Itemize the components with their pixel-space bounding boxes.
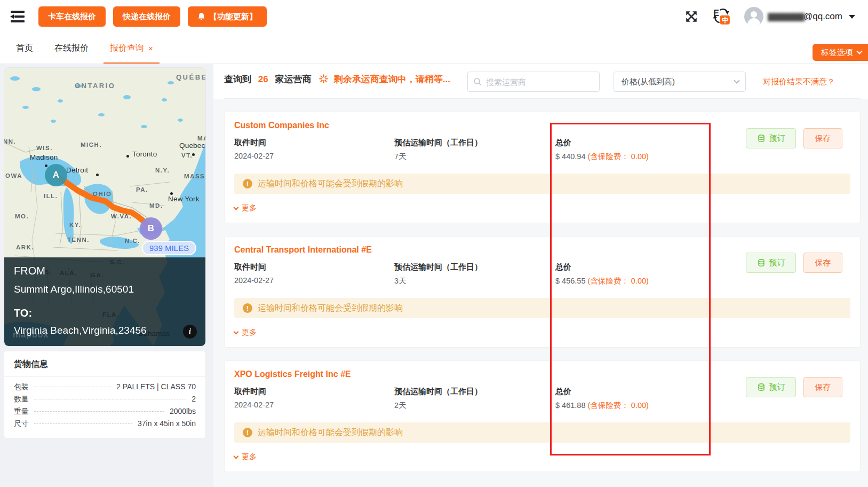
warning-icon: ! bbox=[243, 428, 252, 437]
collapse-menu-icon[interactable] bbox=[10, 10, 26, 23]
account-menu[interactable]: ▇▇▇▇▇▇▇ @qq.com bbox=[744, 7, 855, 26]
map-place-label: Quebec bbox=[179, 142, 205, 150]
info-icon[interactable]: i bbox=[183, 325, 197, 339]
cargo-label: 重量 bbox=[14, 407, 29, 417]
map-place-label: PA. bbox=[136, 186, 148, 193]
save-label: 保存 bbox=[815, 133, 831, 144]
origin-marker: A bbox=[45, 164, 67, 186]
pickup-date: 2024-02-27 bbox=[234, 276, 394, 285]
loading-text: 剩余承运商查询中，请稍等... bbox=[334, 74, 450, 84]
dashed-leader bbox=[34, 423, 132, 424]
search-input[interactable] bbox=[486, 77, 594, 87]
cargo-row-packaging: 包装 2 PALLETS | CLASS 70 bbox=[14, 382, 196, 395]
map-place-label: NN. bbox=[4, 138, 16, 145]
cargo-value: 2 bbox=[192, 395, 196, 403]
more-link[interactable]: 更多 bbox=[234, 203, 850, 213]
book-label: 预订 bbox=[769, 382, 785, 392]
map-city-dot bbox=[126, 155, 129, 158]
summary-suffix: 家运营商 bbox=[275, 74, 311, 84]
from-label: FROM bbox=[14, 265, 196, 277]
cargo-label: 数量 bbox=[14, 395, 29, 404]
chevron-down-icon bbox=[234, 329, 239, 334]
cargo-value: 2000lbs bbox=[170, 407, 196, 415]
email-masked-part: ▇▇▇▇▇▇▇ bbox=[768, 12, 803, 21]
feature-update-label: 【功能更新】 bbox=[209, 12, 257, 22]
book-button[interactable]: 预订 bbox=[746, 377, 796, 397]
transit-days: 7天 bbox=[394, 152, 555, 162]
map-place-label: New York bbox=[168, 195, 200, 203]
svg-text:中: 中 bbox=[722, 17, 728, 24]
more-label: 更多 bbox=[242, 203, 257, 213]
tab-close-icon[interactable]: × bbox=[148, 44, 153, 53]
map-place-label: OWA bbox=[5, 172, 22, 179]
feature-update-button[interactable]: 【功能更新】 bbox=[188, 6, 267, 27]
results-header: 查询到 26 家运营商 剩余承运商查询中，请稍等... bbox=[213, 64, 868, 98]
from-address: Summit Argo,Illinois,60501 bbox=[14, 284, 196, 295]
holiday-warning-banner: ! 运输时间和价格可能会受到假期的影响 bbox=[234, 174, 850, 194]
route-map[interactable]: QUÉBECONTARIOQuebecMANN.WIS.MICH.Madison… bbox=[4, 68, 205, 346]
pickup-field: 取件时间 2024-02-27 bbox=[234, 138, 394, 162]
tab-quote-query[interactable]: 报价查询 × bbox=[99, 33, 164, 64]
sort-select[interactable]: 价格(从低到高) bbox=[614, 72, 746, 92]
more-link[interactable]: 更多 bbox=[234, 452, 850, 462]
truck-quote-button[interactable]: 卡车在线报价 bbox=[38, 6, 106, 27]
map-place-label: TENN. bbox=[67, 237, 90, 243]
mapbox-logo: mapbox bbox=[13, 330, 49, 340]
tab-home[interactable]: 首页 bbox=[5, 33, 44, 64]
save-button[interactable]: 保存 bbox=[803, 377, 842, 397]
book-button[interactable]: 预订 bbox=[746, 128, 796, 148]
feedback-link[interactable]: 对报价结果不满意？ bbox=[763, 72, 835, 92]
route-summary-overlay: FROM Summit Argo,Illinois,60501 TO: Virg… bbox=[4, 257, 205, 346]
email-domain-part: @qq.com bbox=[803, 11, 842, 22]
carrier-card: XPO Logistics Freight Inc #E 取件时间 2024-0… bbox=[224, 360, 861, 472]
chevron-down-icon bbox=[856, 48, 862, 54]
express-quote-button[interactable]: 快递在线报价 bbox=[113, 6, 180, 27]
book-label: 预订 bbox=[769, 133, 785, 144]
card-actions: 预订 保存 bbox=[746, 128, 842, 148]
account-caret-icon bbox=[849, 15, 855, 19]
translate-language-icon[interactable]: E 中 bbox=[712, 7, 730, 26]
map-city-dot bbox=[45, 164, 47, 167]
more-label: 更多 bbox=[242, 452, 257, 462]
top-right-tools: E 中 ▇▇▇▇▇▇▇ @qq.com bbox=[684, 7, 855, 26]
map-place-label: Detroit bbox=[66, 166, 88, 174]
map-place-label: WIS. bbox=[36, 145, 53, 151]
tag-options-button[interactable]: 标签选项 bbox=[813, 44, 868, 61]
book-button[interactable]: 预订 bbox=[746, 253, 796, 273]
dashed-leader bbox=[34, 387, 111, 387]
map-place-label: MO. bbox=[15, 213, 29, 219]
save-label: 保存 bbox=[815, 382, 831, 392]
holiday-warning-banner: ! 运输时间和价格可能会受到假期的影响 bbox=[234, 422, 850, 443]
save-button[interactable]: 保存 bbox=[803, 253, 842, 273]
map-place-label: Toronto bbox=[132, 150, 157, 158]
map-place-label: ONTARIO bbox=[75, 82, 115, 90]
cargo-value: 37in x 45in x 50in bbox=[138, 419, 196, 428]
left-column: QUÉBECONTARIOQuebecMANN.WIS.MICH.Madison… bbox=[4, 68, 205, 487]
map-place-label: MA bbox=[197, 135, 205, 142]
price-value: $ 461.88 bbox=[555, 401, 585, 410]
insurance-note: (含保险费： 0.00) bbox=[587, 277, 648, 285]
more-link[interactable]: 更多 bbox=[234, 328, 850, 337]
tab-quote-query-label: 报价查询 bbox=[110, 43, 144, 54]
fullscreen-icon[interactable] bbox=[684, 10, 698, 23]
pickup-label: 取件时间 bbox=[234, 387, 394, 397]
pickup-label: 取件时间 bbox=[234, 262, 394, 272]
pickup-field: 取件时间 2024-02-27 bbox=[234, 262, 394, 286]
cargo-value: 2 PALLETS | CLASS 70 bbox=[116, 382, 196, 391]
warning-text: 运输时间和价格可能会受到假期的影响 bbox=[258, 303, 403, 314]
save-button[interactable]: 保存 bbox=[803, 128, 842, 148]
map-place-label: MD. bbox=[149, 202, 163, 209]
tab-bar: 首页 在线报价 报价查询 × 标签选项 bbox=[0, 33, 868, 64]
map-place-label: Madison bbox=[30, 153, 58, 161]
price-value: $ 456.55 bbox=[555, 277, 585, 285]
content-area: QUÉBECONTARIOQuebecMANN.WIS.MICH.Madison… bbox=[0, 64, 868, 487]
tab-online-quote[interactable]: 在线报价 bbox=[44, 33, 99, 64]
transit-field: 预估运输时间（工作日） 3天 bbox=[394, 262, 555, 286]
quote-results-panel: 查询到 26 家运营商 剩余承运商查询中，请稍等... bbox=[213, 64, 868, 487]
user-email: ▇▇▇▇▇▇▇ @qq.com bbox=[768, 11, 842, 22]
save-label: 保存 bbox=[815, 258, 831, 268]
truck-quote-label: 卡车在线报价 bbox=[48, 12, 96, 22]
tab-home-label: 首页 bbox=[16, 43, 33, 54]
dashed-leader bbox=[34, 399, 186, 399]
insurance-note: (含保险费： 0.00) bbox=[587, 152, 648, 161]
